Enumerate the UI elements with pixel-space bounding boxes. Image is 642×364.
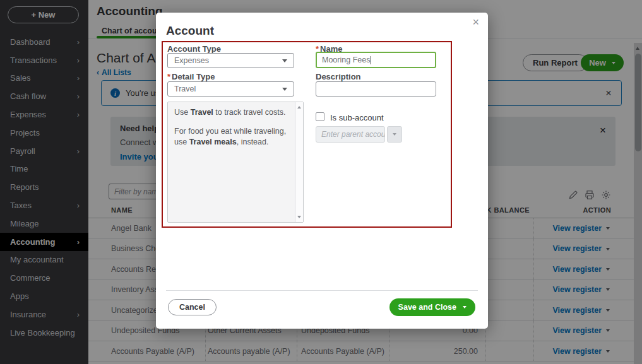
modal-close-icon[interactable]: × [470, 15, 482, 30]
detail-type-label: *Detail Type [167, 72, 215, 81]
is-sub-account-label: Is sub-account [330, 113, 384, 122]
caret-down-icon [282, 88, 287, 91]
parent-account-input: Enter parent account [316, 126, 385, 143]
caret-down-icon [393, 133, 396, 136]
caret-down-icon [463, 306, 467, 308]
description-label: Description [316, 72, 361, 81]
detail-type-select[interactable]: Travel [167, 81, 294, 97]
cancel-button[interactable]: Cancel [168, 299, 217, 315]
text-cursor [371, 56, 371, 64]
account-type-select[interactable]: Expenses [167, 53, 294, 68]
detail-type-info-text: Use Travel to track travel costs. For fo… [168, 102, 303, 153]
name-input[interactable]: Mooring Fees [316, 52, 436, 68]
parent-account-caret-button [387, 126, 402, 143]
info-box-scrollbar[interactable] [295, 102, 303, 222]
scroll-up-arrow-icon[interactable] [297, 106, 301, 109]
account-modal: Account × Account Type *Name Expenses Mo… [156, 13, 488, 329]
description-input[interactable] [316, 81, 436, 97]
is-sub-account-checkbox[interactable] [316, 112, 324, 121]
footer-divider [166, 290, 478, 291]
required-marker: * [167, 72, 170, 81]
account-type-label: Account Type [167, 44, 221, 54]
detail-type-info-box: Use Travel to track travel costs. For fo… [167, 102, 304, 223]
scroll-down-arrow-icon[interactable] [297, 216, 301, 218]
modal-title: Account [166, 24, 214, 38]
caret-down-icon [282, 59, 287, 62]
save-and-close-button[interactable]: Save and Close [389, 298, 475, 316]
